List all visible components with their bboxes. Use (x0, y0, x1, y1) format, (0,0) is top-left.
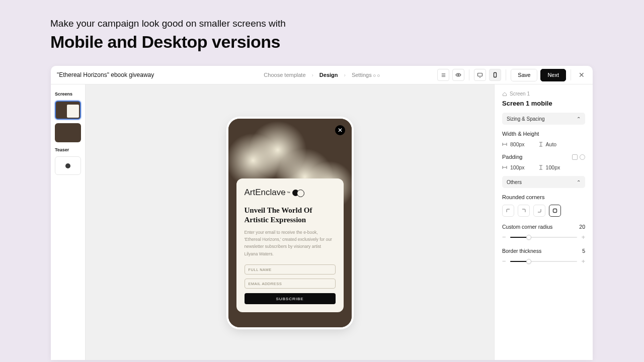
screens-label: Screens (55, 92, 81, 97)
width-icon (502, 165, 507, 169)
padding-horizontal[interactable]: 100px (502, 164, 525, 170)
corner-radius-slider[interactable] (510, 237, 578, 238)
teaser-dot-icon (65, 163, 70, 168)
width-icon (502, 142, 507, 146)
next-button[interactable]: Next (540, 69, 566, 81)
design-canvas: ✕ ArtEnclave™ Unveil The World Of Artist… (86, 84, 494, 360)
mobile-preview: ✕ ArtEnclave™ Unveil The World Of Artist… (228, 119, 352, 327)
screen-thumb-2[interactable] (55, 123, 81, 142)
breadcrumb-choose-template[interactable]: Choose template (264, 72, 305, 78)
brand-circles-icon (292, 190, 304, 196)
padding-link-icon[interactable] (572, 154, 578, 160)
campaign-title: "Ethereal Horizons" ebook giveaway (57, 71, 154, 78)
close-icon[interactable]: ✕ (576, 69, 588, 81)
width-value[interactable]: 800px (502, 141, 525, 147)
teaser-label: Teaser (55, 147, 81, 152)
mobile-icon[interactable] (489, 69, 501, 81)
radius-decrease[interactable]: − (502, 233, 506, 241)
email-input[interactable] (245, 279, 336, 289)
radius-increase[interactable]: + (581, 233, 585, 241)
rounded-corners-label: Rounded corners (502, 194, 585, 200)
popup-close-icon[interactable]: ✕ (335, 125, 345, 135)
corner-radius-value: 20 (579, 224, 585, 230)
corner-bottom[interactable] (533, 205, 545, 217)
chevron-right-icon: › (312, 72, 313, 78)
border-thickness-slider[interactable] (510, 261, 578, 262)
sizing-spacing-section[interactable]: Sizing & Spacing⌃ (502, 113, 585, 125)
width-height-label: Width & Height (502, 131, 585, 137)
chevron-up-icon: ⌃ (577, 116, 581, 122)
padding-more-icon[interactable] (580, 154, 585, 160)
corner-top-left[interactable] (502, 205, 514, 217)
padding-vertical[interactable]: 100px (539, 164, 560, 170)
breadcrumb-design[interactable]: Design (319, 72, 338, 78)
hero-subtitle: Make your campaign look good on smaller … (50, 18, 594, 29)
chevron-up-icon: ⌃ (577, 179, 581, 185)
brand-logo: ArtEnclave™ (245, 188, 336, 198)
svg-rect-19 (553, 209, 557, 213)
full-name-input[interactable] (245, 264, 336, 275)
panel-breadcrumb[interactable]: Screen 1 (502, 91, 585, 97)
subscribe-button[interactable]: SUBSCRIBE (245, 293, 336, 304)
others-section[interactable]: Others⌃ (502, 176, 585, 188)
layers-icon[interactable] (437, 69, 449, 81)
properties-panel: Screen 1 Screen 1 mobile Sizing & Spacin… (494, 84, 593, 360)
border-thickness-label: Border thickness (502, 248, 541, 254)
height-value[interactable]: Auto (539, 141, 557, 147)
breadcrumb-settings[interactable]: Settings (352, 72, 380, 78)
corner-top-right[interactable] (518, 205, 530, 217)
border-decrease[interactable]: − (502, 257, 506, 265)
chevron-right-icon: › (344, 72, 346, 78)
app-window: "Ethereal Horizons" ebook giveaway Choos… (51, 66, 593, 360)
corner-all[interactable] (549, 205, 561, 217)
screen-thumb-1[interactable] (55, 101, 81, 120)
border-increase[interactable]: + (581, 257, 585, 265)
corner-radius-label: Custom corner radius (502, 224, 552, 230)
home-icon (502, 92, 507, 97)
popup-body: Enter your email to receive the e-book, … (245, 229, 336, 258)
screens-sidebar: Screens Teaser (51, 84, 86, 360)
preview-icon[interactable] (452, 69, 464, 81)
border-thickness-value: 5 (582, 248, 585, 254)
topbar: "Ethereal Horizons" ebook giveaway Choos… (51, 66, 593, 84)
save-button[interactable]: Save (511, 69, 537, 81)
popup-heading: Unveil The World Of Artistic Expression (245, 206, 336, 225)
padding-label: Padding (502, 154, 522, 160)
svg-point-3 (458, 74, 459, 76)
panel-title: Screen 1 mobile (502, 100, 585, 107)
height-icon (539, 165, 543, 170)
hero-title: Mobile and Desktop versions (50, 32, 594, 52)
hero-copy: Make your campaign look good on smaller … (0, 0, 644, 62)
height-icon (539, 142, 543, 147)
breadcrumb: Choose template › Design › Settings (264, 72, 379, 78)
svg-rect-4 (478, 73, 482, 76)
svg-rect-6 (494, 73, 497, 77)
popup-card: ArtEnclave™ Unveil The World Of Artistic… (236, 178, 344, 312)
teaser-thumb[interactable] (55, 156, 81, 175)
desktop-icon[interactable] (474, 69, 486, 81)
